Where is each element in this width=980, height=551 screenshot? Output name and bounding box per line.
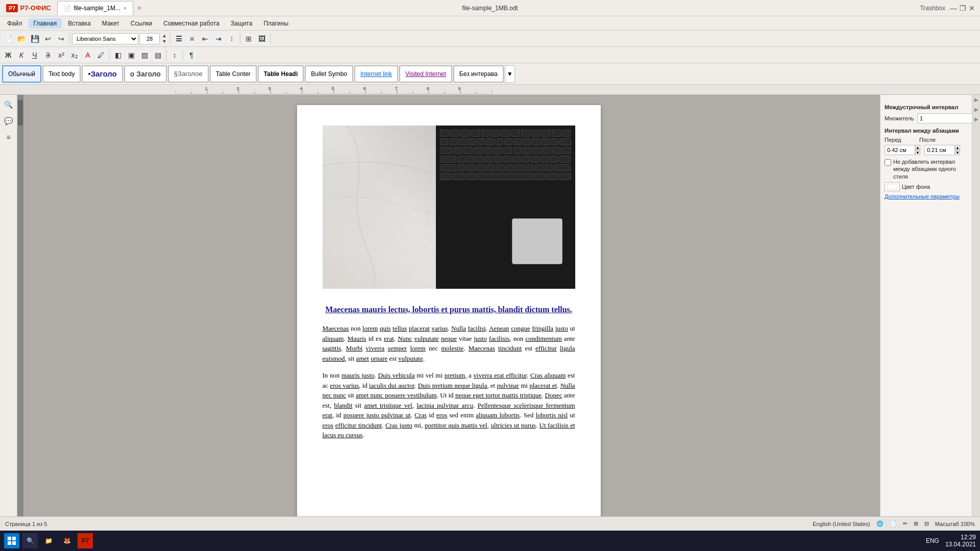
menu-home[interactable]: Главная	[29, 18, 62, 29]
doc-link-eros[interactable]: eros varius	[330, 382, 359, 389]
file-explorer-button[interactable]: 📁	[41, 533, 56, 548]
doc-link-quis[interactable]: quis	[380, 324, 391, 332]
subscript-button[interactable]: x₂	[68, 49, 81, 61]
after-spacing-up[interactable]: ▲	[955, 145, 960, 150]
superscript-button[interactable]: x²	[55, 49, 67, 61]
format-button[interactable]: ¶	[185, 49, 198, 61]
doc-link-ultricies[interactable]: ultricies ut purus	[491, 421, 536, 429]
doc-link-facilisi[interactable]: facilisi	[468, 324, 485, 332]
doc-link-posuere[interactable]: posuere justo pulvinar ut	[344, 411, 411, 419]
doc-link-pulvinar[interactable]: pulvinar	[497, 382, 519, 389]
style-table-content[interactable]: Table Conter	[210, 65, 257, 83]
doc-link-efficitur2[interactable]: efficitur tincidunt	[335, 421, 382, 429]
strikethrough-button[interactable]: З	[42, 49, 54, 61]
doc-link-placerat[interactable]: placerat	[409, 324, 430, 332]
doc-link-eros3[interactable]: eros	[323, 421, 334, 429]
doc-link-mauris[interactable]: Mauris	[348, 335, 366, 342]
doc-link-neque[interactable]: neque	[441, 335, 457, 342]
multiplier-input[interactable]	[917, 113, 972, 123]
menu-insert[interactable]: Вставка	[63, 18, 96, 29]
style-heading3[interactable]: §Заголое	[168, 65, 209, 83]
save-button[interactable]: 💾	[29, 33, 41, 45]
doc-link-placerat2[interactable]: placerat et	[529, 382, 557, 389]
doc-link-maecenas[interactable]: Maecenas	[323, 324, 349, 332]
doc-link-amet3[interactable]: amet tristique vel	[364, 402, 412, 409]
doc-link-lobortis[interactable]: lobortis nisl	[535, 411, 568, 419]
search-taskbar-button[interactable]: 🔍	[22, 533, 38, 548]
bg-color-swatch[interactable]	[885, 182, 900, 191]
align-center-button[interactable]: ▣	[125, 49, 137, 61]
doc-link-congue[interactable]: congue	[511, 324, 530, 332]
menu-plugins[interactable]: Плагины	[258, 18, 293, 29]
decrease-indent-button[interactable]: ⇤	[199, 33, 211, 45]
insert-table-button[interactable]: ⊞	[242, 33, 255, 45]
doc-link-porttitor[interactable]: porttitor quis mattis vel	[425, 421, 487, 429]
new-tab-button[interactable]: +	[133, 2, 145, 14]
minimize-button[interactable]: —	[949, 4, 958, 12]
after-spacing-down[interactable]: ▼	[955, 150, 960, 155]
font-color-button[interactable]: A	[82, 49, 94, 61]
doc-link-lacinia[interactable]: lacinia pulvinar arcu	[416, 402, 473, 409]
status-icon-5[interactable]: ⊟	[924, 520, 929, 527]
after-spacing-input[interactable]	[924, 145, 955, 155]
doc-link-vulputate2[interactable]: vulputate	[398, 355, 423, 362]
menu-file[interactable]: Файл	[2, 18, 28, 29]
status-icon-2[interactable]: 📄	[890, 520, 897, 527]
menu-layout[interactable]: Макет	[97, 18, 125, 29]
font-size-up[interactable]: ▲	[161, 33, 168, 38]
doc-link-erat[interactable]: erat	[384, 335, 394, 342]
right-strip-icon-3[interactable]: ▶	[974, 116, 978, 122]
doc-link-eros2[interactable]: eros	[436, 411, 448, 419]
style-heading1[interactable]: •Заголо	[82, 65, 122, 83]
style-text-body[interactable]: Text body	[42, 65, 81, 83]
line-spacing-button[interactable]: ↕	[168, 49, 181, 61]
vertical-scrollbar-track[interactable]	[17, 95, 23, 537]
status-icon-1[interactable]: 🌐	[876, 520, 884, 527]
doc-link-facilisis[interactable]: facilisis	[489, 335, 509, 342]
underline-button[interactable]: Ч	[29, 49, 41, 61]
doc-link-pretium[interactable]: pretium	[445, 371, 465, 379]
file-tab[interactable]: 📄 file-sample_1M... ×	[57, 1, 133, 15]
insert-image-button[interactable]: 🖼	[256, 33, 268, 45]
r7-taskbar-button[interactable]: Р7	[78, 533, 93, 548]
doc-link-cras[interactable]: Cras aliquam	[530, 371, 566, 379]
doc-link-donec[interactable]: Donec	[545, 391, 562, 399]
doc-link-condimentum[interactable]: condimentum	[525, 335, 562, 342]
menu-references[interactable]: Ссылки	[126, 18, 157, 29]
doc-link-morbi[interactable]: Morbi	[346, 344, 363, 352]
doc-link-sagittis[interactable]: sagittis	[323, 344, 341, 352]
doc-link-cras3[interactable]: Cras justo	[385, 421, 412, 429]
doc-link-neque2[interactable]: neque eget tortor mattis tristique	[455, 391, 542, 399]
undo-button[interactable]: ↩	[42, 33, 54, 45]
maximize-button[interactable]: ❐	[959, 4, 967, 12]
start-button[interactable]	[4, 533, 19, 548]
before-spacing-input[interactable]	[885, 145, 915, 155]
doc-link-semper[interactable]: semper	[388, 344, 407, 352]
doc-link-tincidunt[interactable]: tincidunt	[498, 344, 522, 352]
doc-link-ligula[interactable]: ligula	[560, 344, 575, 352]
styles-expand-button[interactable]: ▼	[505, 65, 515, 83]
doc-link-efficitur[interactable]: efficitur	[535, 344, 557, 352]
numbered-list-button[interactable]: ≡	[186, 33, 198, 45]
doc-link-aenean[interactable]: Aenean	[489, 324, 509, 332]
doc-link-aliquam2[interactable]: aliquam lobortis	[476, 411, 520, 419]
doc-link-amet[interactable]: amet	[356, 355, 369, 362]
font-size-input[interactable]	[139, 33, 160, 44]
status-icon-3[interactable]: ✏	[903, 520, 908, 527]
doc-link-aliquam[interactable]: aliquam	[323, 335, 344, 342]
extra-params-button[interactable]: Дополнительные параметры	[885, 193, 960, 199]
align-left-button[interactable]: ◧	[112, 49, 124, 61]
doc-link-viverra[interactable]: viverra	[366, 344, 385, 352]
vertical-scrollbar-thumb[interactable]	[18, 100, 23, 126]
status-icon-4[interactable]: ⊞	[914, 520, 918, 527]
style-normal[interactable]: Обычный	[2, 65, 41, 83]
before-spacing-down[interactable]: ▼	[915, 150, 920, 155]
style-bullet[interactable]: Bullet Symbo	[305, 65, 353, 83]
font-size-down[interactable]: ▼	[161, 39, 168, 44]
highlight-button[interactable]: 🖊	[95, 49, 107, 61]
style-heading2[interactable]: о Заголо	[124, 65, 167, 83]
menu-collab[interactable]: Совместная работа	[158, 18, 225, 29]
doc-link-viverra2[interactable]: viverra erat efficitur	[474, 371, 527, 379]
sidebar-icon-comments[interactable]: 💬	[2, 114, 15, 128]
italic-button[interactable]: К	[15, 49, 28, 61]
